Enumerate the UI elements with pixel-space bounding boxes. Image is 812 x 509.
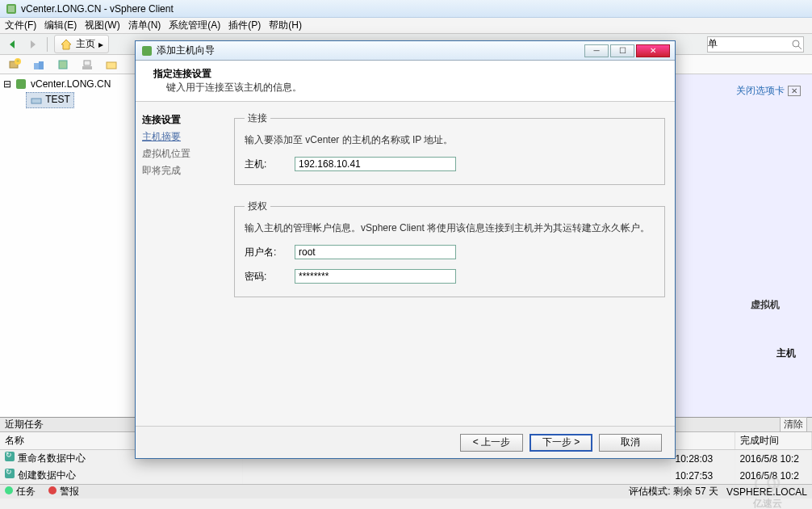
host-label: 主机 bbox=[776, 347, 796, 360]
tree-datacenter[interactable]: TEST bbox=[26, 92, 74, 108]
home-icon bbox=[60, 38, 73, 51]
svg-rect-10 bbox=[82, 66, 92, 69]
cancel-button[interactable]: 取消 bbox=[599, 434, 662, 452]
task-icon bbox=[5, 469, 15, 478]
search-icon bbox=[790, 38, 803, 51]
menubar: 文件(F) 编辑(E) 视图(W) 清单(N) 系统管理(A) 插件(P) 帮助… bbox=[0, 18, 812, 34]
svg-rect-9 bbox=[59, 61, 67, 69]
wizard-header-title: 指定连接设置 bbox=[153, 67, 665, 81]
collapse-icon[interactable]: ⊟ bbox=[3, 78, 11, 90]
menu-plugins[interactable]: 插件(P) bbox=[228, 19, 261, 32]
group-connection-legend: 连接 bbox=[245, 111, 270, 125]
home-button[interactable]: 主页 ▸ bbox=[54, 35, 109, 53]
status-eval: 评估模式: 剩余 57 天 bbox=[629, 485, 718, 498]
svg-rect-1 bbox=[8, 6, 15, 12]
step-connection[interactable]: 连接设置 bbox=[142, 111, 218, 128]
task-row[interactable]: 创建数据中心 10:27:53 2016/5/8 10:2 bbox=[0, 467, 812, 484]
datacenter-icon bbox=[30, 94, 43, 107]
new-host-button[interactable] bbox=[55, 57, 71, 73]
vcenter-icon bbox=[15, 78, 27, 90]
host-label: 主机: bbox=[245, 158, 295, 171]
inventory-tree: ⊟ vCenter.LONG.CN TEST bbox=[0, 74, 141, 417]
new-folder-button[interactable] bbox=[103, 57, 119, 73]
status-user: VSPHERE.LOCAL bbox=[726, 486, 807, 498]
back-button[interactable] bbox=[5, 36, 21, 53]
svg-rect-7 bbox=[34, 63, 39, 69]
group-auth: 授权 输入主机的管理帐户信息。vSphere Client 将使用该信息连接到主… bbox=[234, 200, 665, 297]
add-host-wizard: 添加主机向导 ─ ☐ ✕ 指定连接设置 键入用于连接至该主机的信息。 连接设置 … bbox=[135, 40, 676, 459]
statusbar: 任务 警报 评估模式: 剩余 57 天 VSPHERE.LOCAL bbox=[0, 484, 812, 498]
col-time2[interactable]: 完成时间 bbox=[735, 432, 812, 450]
step-ready: 即将完成 bbox=[142, 162, 218, 179]
forward-button[interactable] bbox=[24, 36, 40, 53]
svg-rect-11 bbox=[84, 61, 90, 65]
search-box[interactable]: 单 bbox=[707, 36, 804, 53]
menu-view[interactable]: 视图(W) bbox=[85, 19, 119, 32]
maximize-button[interactable]: ☐ bbox=[610, 44, 634, 57]
new-vm-button[interactable] bbox=[79, 57, 95, 73]
vm-label: 虚拟机 bbox=[751, 298, 780, 312]
status-alarms[interactable]: 警报 bbox=[48, 485, 79, 498]
breadcrumb-sep: ▸ bbox=[98, 39, 103, 50]
menu-edit[interactable]: 编辑(E) bbox=[44, 19, 77, 32]
col-time1[interactable] bbox=[670, 432, 735, 450]
host-input[interactable] bbox=[295, 157, 456, 171]
svg-rect-13 bbox=[16, 79, 26, 89]
auth-desc: 输入主机的管理帐户信息。vSphere Client 将使用该信息连接到主机并为… bbox=[245, 221, 655, 235]
step-summary[interactable]: 主机摘要 bbox=[142, 128, 218, 145]
home-label: 主页 bbox=[76, 37, 95, 51]
back-button[interactable]: < 上一步 bbox=[460, 434, 523, 452]
task-icon bbox=[5, 452, 15, 461]
tree-child-label: TEST bbox=[45, 94, 70, 105]
close-tab-link[interactable]: 关闭选项卡✕ bbox=[736, 84, 801, 98]
wizard-form: 连接 输入要添加至 vCenter 的主机的名称或 IP 地址。 主机: 授权 … bbox=[224, 102, 675, 426]
step-vm-location: 虚拟机位置 bbox=[142, 145, 218, 162]
new-datacenter-button[interactable]: + bbox=[6, 57, 23, 73]
menu-file[interactable]: 文件(F) bbox=[5, 19, 36, 32]
tree-root-label: vCenter.LONG.CN bbox=[31, 78, 111, 90]
menu-inventory[interactable]: 清单(N) bbox=[128, 19, 161, 32]
group-connection: 连接 输入要添加至 vCenter 的主机的名称或 IP 地址。 主机: bbox=[234, 111, 665, 185]
menu-admin[interactable]: 系统管理(A) bbox=[169, 19, 220, 32]
svg-line-3 bbox=[798, 46, 802, 49]
status-tasks[interactable]: 任务 bbox=[5, 485, 36, 498]
minimize-button[interactable]: ─ bbox=[584, 44, 609, 57]
svg-rect-12 bbox=[107, 62, 116, 69]
close-tab-x[interactable]: ✕ bbox=[788, 86, 801, 96]
next-button[interactable]: 下一步 > bbox=[529, 434, 592, 452]
close-button[interactable]: ✕ bbox=[636, 44, 670, 57]
window-title: vCenter.LONG.CN - vSphere Client bbox=[21, 3, 174, 15]
svg-rect-8 bbox=[39, 61, 44, 69]
wizard-buttons: < 上一步 下一步 > 取消 bbox=[136, 426, 675, 458]
tasks-header-label: 近期任务 bbox=[5, 418, 44, 431]
wizard-header: 指定连接设置 键入用于连接至该主机的信息。 bbox=[136, 61, 675, 102]
svg-text:+: + bbox=[16, 58, 19, 64]
tasks-clear-button[interactable]: 清除 bbox=[780, 417, 807, 432]
svg-rect-15 bbox=[142, 46, 152, 56]
pass-label: 密码: bbox=[245, 270, 295, 284]
wizard-steps: 连接设置 主机摘要 虚拟机位置 即将完成 bbox=[136, 102, 224, 426]
conn-desc: 输入要添加至 vCenter 的主机的名称或 IP 地址。 bbox=[245, 133, 655, 147]
user-input[interactable] bbox=[295, 245, 456, 259]
vsphere-icon bbox=[140, 44, 153, 57]
search-text: 单 bbox=[708, 37, 790, 51]
tree-root[interactable]: ⊟ vCenter.LONG.CN bbox=[3, 78, 137, 90]
user-label: 用户名: bbox=[245, 246, 295, 259]
new-cluster-button[interactable] bbox=[31, 57, 47, 73]
svg-rect-14 bbox=[31, 99, 41, 103]
pass-input[interactable] bbox=[295, 269, 456, 284]
app-titlebar: vCenter.LONG.CN - vSphere Client bbox=[0, 0, 812, 18]
menu-help[interactable]: 帮助(H) bbox=[269, 19, 302, 32]
wizard-titlebar[interactable]: 添加主机向导 ─ ☐ ✕ bbox=[136, 41, 675, 61]
group-auth-legend: 授权 bbox=[245, 200, 270, 213]
vsphere-icon bbox=[5, 2, 18, 15]
wizard-header-sub: 键入用于连接至该主机的信息。 bbox=[166, 81, 665, 95]
svg-point-2 bbox=[793, 40, 799, 47]
wizard-title-label: 添加主机向导 bbox=[157, 44, 215, 57]
